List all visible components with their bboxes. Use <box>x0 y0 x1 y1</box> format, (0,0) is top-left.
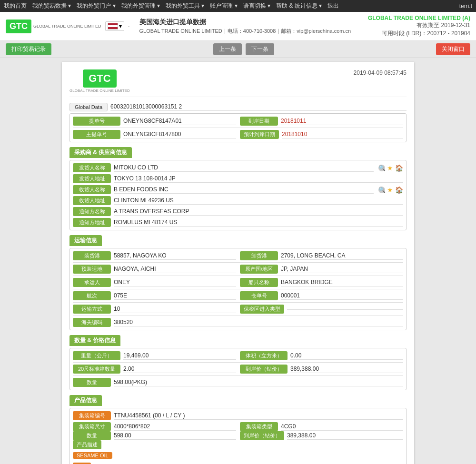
unloading-port-field: 卸货港 2709, LONG BEACH, CA <box>240 251 403 260</box>
qty-label: 数量 <box>73 378 111 387</box>
header-tag-row: 箱头 <box>73 462 403 464</box>
origin-field: 原产国/地区 JP, JAPAN <box>240 265 403 274</box>
volume-value: 0.00 <box>290 352 403 360</box>
toolbar-left-actions: 打印贸易记录 <box>6 43 51 55</box>
logo-subtitle: GLOBAL TRADE ONLINE LIMITED <box>33 24 101 29</box>
carrier-field: 承运人 ONEY <box>73 278 236 287</box>
print-record-button[interactable]: 打印贸易记录 <box>6 43 51 55</box>
nav-logout[interactable]: 退出 <box>327 2 339 10</box>
loading-port-label: 装货港 <box>73 251 111 260</box>
shipper-addr-row: 发货人地址 TOKYO 13 108-0014 JP <box>73 174 403 183</box>
product-qty-value: 598.00 <box>114 432 236 440</box>
bill-no-field: 提单号 ONEYNG8CF8147A01 <box>73 117 236 126</box>
vessel-field: 船只名称 BANGKOK BRIDGE <box>240 278 403 287</box>
close-window-button[interactable]: 关闭窗口 <box>436 43 470 55</box>
nav-export-tools[interactable]: 我的外贸工具 ▾ <box>166 2 204 10</box>
consignee-home-icon[interactable]: 🏠 <box>395 186 403 194</box>
main-content: GTC GLOBAL TRADE ONLINE LIMITED 2019-04-… <box>0 58 476 464</box>
notify-addr-row: 通知方地址 ROMULUS MI 48174 US <box>73 218 403 227</box>
customs-row: 海关编码 380520 <box>73 318 403 327</box>
shipper-name-label: 发货人名称 <box>73 163 111 172</box>
top-toolbar: 打印贸易记录 上一条 下一条 关闭窗口 <box>0 41 476 58</box>
unloading-port-label: 卸货港 <box>240 251 278 260</box>
home-icon[interactable]: 🏠 <box>395 164 403 172</box>
voyage-field: 航次 075E <box>73 291 236 300</box>
nav-links: 我的首页 我的贸易数据 ▾ 我的外贸门户 ▾ 我的外贸管理 ▾ 我的外贸工具 ▾… <box>4 2 339 10</box>
header-title-area: 美国海关进口提单数据 GLOBAL TRADE ONLINE LIMITED｜电… <box>139 18 368 35</box>
container-no-row: 集装箱编号 TTNU4458561 (00 / L / CY ) <box>73 411 403 420</box>
bonded-type-label: 保税区进入类型 <box>240 305 284 314</box>
voyage-label: 航次 <box>73 291 111 300</box>
flag-dropdown-icon: ▾ <box>119 23 122 30</box>
global-data-value: 600320181013000063151 2 <box>110 103 407 111</box>
notify-name-value: A TRANS OVERSEAS CORP <box>114 208 403 216</box>
document-panel: GTC GLOBAL TRADE ONLINE LIMITED 2019-04-… <box>62 62 414 464</box>
qty-value: 598.00(PKG) <box>114 379 403 386</box>
consignee-addr-label: 收货人地址 <box>73 196 111 205</box>
next-record-button[interactable]: 下一条 <box>246 43 274 55</box>
container-no-value: TTNU4458561 (00 / L / CY ) <box>114 412 403 420</box>
notify-name-label: 通知方名称 <box>73 207 111 216</box>
product-row-3: 数量 598.00 到岸价（钻价） 389,388.00 <box>73 431 403 440</box>
transport-section: 运输信息 装货港 58857, NAGOYA KO 卸货港 2709, LONG… <box>69 235 407 330</box>
product-desc-header-row: 产品描述 <box>73 440 403 449</box>
nav-trade-data[interactable]: 我的贸易数据 ▾ <box>32 2 71 10</box>
nav-export-portal[interactable]: 我的外贸门户 ▾ <box>77 2 115 10</box>
est-arrival-field: 预计到岸日期 20181010 <box>240 130 403 139</box>
bill-info-section: 提单号 ONEYNG8CF8147A01 到岸日期 20181011 主提单号 … <box>69 113 407 142</box>
origin-label: 原产国/地区 <box>240 265 278 274</box>
origin-value: JP, JAPAN <box>281 266 403 273</box>
shipper-name-row: 发货人名称 MITOKU CO LTD 🔍 ★ 🏠 <box>73 163 403 172</box>
container-type-field: 集装箱类型 4CG0 <box>240 422 403 431</box>
loading-port-value: 58857, NAGOYA KO <box>114 252 236 260</box>
header-logo-area: GTC GLOBAL TRADE ONLINE LIMITED ▾ - <box>6 20 130 33</box>
consignee-star-icon[interactable]: ★ <box>387 186 393 194</box>
consignee-name-label: 收货人名称 <box>73 185 111 194</box>
consignee-addr-value: CLINTON MI 49236 US <box>114 197 403 205</box>
container-no-label: 集装箱编号 <box>73 411 111 420</box>
shipper-addr-label: 发货人地址 <box>73 174 111 183</box>
nav-account[interactable]: 账户管理 ▾ <box>210 2 237 10</box>
transport-section-body: 装货港 58857, NAGOYA KO 卸货港 2709, LONG BEAC… <box>69 248 407 330</box>
carrier-value: ONEY <box>114 279 236 286</box>
product-section: 产品信息 集装箱编号 TTNU4458561 (00 / L / CY ) 集装… <box>69 395 407 464</box>
arrival-date-value: 20181011 <box>281 118 403 125</box>
container-size-label: 集装箱尺寸 <box>73 422 111 431</box>
master-bill-field: 主提单号 ONEYNG8CF8147800 <box>73 130 236 139</box>
buyer-section-header: 采购商 & 供应商信息 <box>69 147 132 158</box>
consignee-search-icon[interactable]: 🔍 <box>378 187 385 193</box>
nav-home[interactable]: 我的首页 <box>4 2 27 10</box>
arrival-date-field: 到岸日期 20181011 <box>240 117 403 126</box>
global-data-label: Global Data <box>69 103 108 111</box>
top-navigation: 我的首页 我的贸易数据 ▾ 我的外贸门户 ▾ 我的外贸管理 ▾ 我的外贸工具 ▾… <box>0 0 476 12</box>
transport-mode-label: 运输方式 <box>73 305 111 314</box>
product-row-2: 集装箱尺寸 4000*806*802 集装箱类型 4CG0 <box>73 422 403 431</box>
est-arrival-value: 20181010 <box>282 131 403 138</box>
inbond-field: 仓单号 000001 <box>240 291 403 300</box>
arrival-date-label: 到岸日期 <box>240 117 278 126</box>
search-icon[interactable]: 🔍 <box>378 165 385 171</box>
page-header: GTC GLOBAL TRADE ONLINE LIMITED ▾ - 美国海关… <box>0 12 476 41</box>
transport-row-5: 运输方式 10 保税区进入类型 <box>73 305 403 314</box>
container20-value: 2.00 <box>123 365 236 373</box>
notify-name-row: 通知方名称 A TRANS OVERSEAS CORP <box>73 207 403 216</box>
arrival-price-value: 389,388.00 <box>290 365 403 373</box>
doc-logo-gtc: GTC <box>83 69 116 88</box>
toolbar-right-actions: 关闭窗口 <box>436 43 470 55</box>
nav-export-mgmt[interactable]: 我的外贸管理 ▾ <box>121 2 160 10</box>
nav-help[interactable]: 帮助 & 统计信息 ▾ <box>276 2 322 10</box>
doc-timestamp: 2019-04-09 08:57:45 <box>354 69 407 76</box>
customs-value: 380520 <box>114 319 403 326</box>
bill-row-1: 提单号 ONEYNG8CF8147A01 到岸日期 20181011 <box>73 117 403 126</box>
prev-record-button[interactable]: 上一条 <box>213 43 242 55</box>
unloading-port-value: 2709, LONG BEACH, CA <box>281 252 403 260</box>
bill-no-value: ONEYNG8CF8147A01 <box>123 118 236 125</box>
nav-language[interactable]: 语言切换 ▾ <box>243 2 270 10</box>
country-flag-selector[interactable]: ▾ <box>105 21 124 31</box>
page-title: 美国海关进口提单数据 <box>139 18 368 27</box>
buyer-section-body: 发货人名称 MITOKU CO LTD 🔍 ★ 🏠 发货人地址 TOKYO 13… <box>69 160 407 230</box>
master-bill-value: ONEYNG8CF8147800 <box>123 131 236 138</box>
transport-section-header: 运输信息 <box>69 235 102 246</box>
star-icon[interactable]: ★ <box>387 164 393 172</box>
quantity-section: 数量 & 价格信息 里量（公斤） 19,469.00 体积（立方米） 0.00 … <box>69 335 407 390</box>
